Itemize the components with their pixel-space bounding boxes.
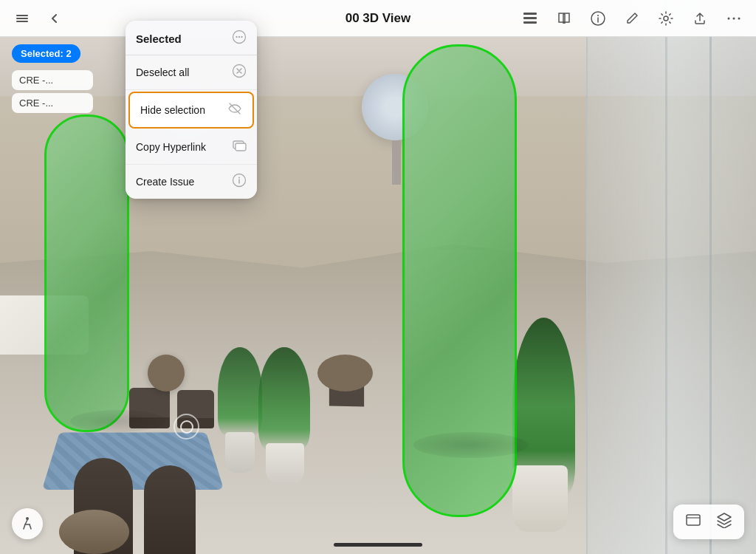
topbar-right	[520, 8, 744, 29]
copy-link-icon	[232, 138, 247, 156]
create-issue-icon	[232, 173, 247, 191]
svg-rect-5	[523, 21, 537, 24]
shadow-left-column	[70, 410, 166, 432]
create-issue-item[interactable]: Create Issue	[126, 165, 257, 199]
layers-view-button[interactable]	[710, 509, 738, 535]
svg-point-13	[236, 36, 237, 38]
svg-rect-4	[523, 17, 537, 19]
svg-point-11	[738, 17, 740, 19]
layers-stack-icon	[716, 512, 732, 528]
back-icon	[48, 12, 61, 25]
plant-center-pot	[266, 443, 304, 484]
walk-icon	[19, 516, 35, 532]
rectangle-view-icon	[685, 512, 701, 528]
svg-point-10	[733, 17, 735, 19]
more-icon	[726, 10, 742, 27]
selected-badge: Selected: 2	[12, 44, 80, 63]
svg-rect-18	[236, 143, 246, 151]
menu-header-icon	[232, 30, 247, 47]
svg-rect-21	[687, 515, 700, 525]
layers-icon	[522, 10, 538, 27]
topbar-title: 00 3D View	[346, 11, 411, 25]
table-2	[317, 355, 373, 391]
info-icon	[590, 10, 606, 27]
glass-panel-2	[665, 0, 667, 554]
plant-left-leaves	[218, 347, 262, 436]
copy-hyperlink-item[interactable]: Copy Hyperlink	[126, 130, 257, 165]
deselect-all-item[interactable]: Deselect all	[126, 55, 257, 90]
plant-center-leaves	[258, 347, 310, 451]
svg-point-7	[597, 15, 599, 16]
plant-right-pot	[512, 465, 568, 532]
hamburger-button[interactable]	[12, 8, 32, 29]
context-menu: Selected Deselect all Hide selection	[126, 21, 257, 199]
menu-header-title: Selected	[136, 33, 182, 45]
back-button[interactable]	[44, 8, 65, 29]
svg-rect-1	[16, 18, 28, 19]
column-left	[44, 114, 129, 432]
gear-button[interactable]	[656, 8, 676, 29]
hide-selection-label: Hide selection	[140, 104, 205, 116]
svg-rect-0	[16, 15, 28, 16]
home-bar	[334, 543, 422, 547]
chair-front-2	[144, 465, 196, 554]
create-issue-label: Create Issue	[136, 176, 194, 188]
hide-icon	[227, 101, 242, 119]
svg-rect-3	[523, 13, 537, 15]
hamburger-icon	[15, 11, 30, 26]
info-button[interactable]	[588, 8, 608, 29]
ellipsis-circle-icon	[232, 30, 247, 44]
sidebar-item-2[interactable]: CRE -...	[12, 93, 93, 113]
hide-selection-item[interactable]: Hide selection	[128, 92, 254, 129]
hyperlink-icon	[232, 138, 247, 153]
share-button[interactable]	[690, 8, 710, 29]
glass-panel-1	[709, 0, 712, 554]
book-button[interactable]	[554, 8, 574, 29]
svg-point-9	[728, 17, 730, 19]
gear-icon	[658, 10, 674, 27]
svg-point-15	[241, 36, 242, 38]
svg-point-14	[238, 36, 240, 38]
nav-circle	[173, 414, 199, 440]
book-icon	[556, 10, 572, 27]
table-1	[148, 355, 185, 391]
walk-mode-button[interactable]	[12, 508, 43, 539]
menu-header: Selected	[126, 21, 257, 55]
topbar-left	[12, 8, 65, 29]
shadow-right-column	[413, 432, 528, 458]
plant-left-pot	[225, 432, 255, 473]
nav-circle-inner	[180, 420, 193, 434]
table-front	[59, 510, 129, 554]
deselect-all-icon	[232, 64, 247, 78]
topbar: 00 3D View	[0, 0, 756, 37]
svg-rect-2	[16, 21, 28, 22]
rug	[42, 432, 224, 489]
deselect-icon	[232, 64, 247, 81]
share-icon	[692, 10, 708, 27]
rectangle-view-button[interactable]	[679, 509, 707, 535]
pencil-icon	[624, 10, 640, 27]
eye-slash-icon	[227, 101, 242, 116]
svg-point-20	[238, 177, 240, 179]
svg-point-8	[664, 16, 668, 21]
more-button[interactable]	[724, 8, 744, 29]
scene-background	[0, 0, 756, 554]
copy-hyperlink-label: Copy Hyperlink	[136, 141, 206, 153]
pencil-button[interactable]	[622, 8, 642, 29]
deselect-all-label: Deselect all	[136, 66, 189, 78]
sidebar-item-1[interactable]: CRE -...	[12, 70, 93, 90]
sidebar-items: CRE -... CRE -...	[12, 70, 93, 116]
topbar-center: 00 3D View	[346, 11, 411, 26]
layers-button[interactable]	[520, 8, 540, 29]
bottom-toolbar	[673, 505, 744, 539]
glass-wall	[586, 0, 756, 554]
info-circle-icon	[232, 173, 247, 188]
lamp-right-pole	[392, 140, 401, 185]
